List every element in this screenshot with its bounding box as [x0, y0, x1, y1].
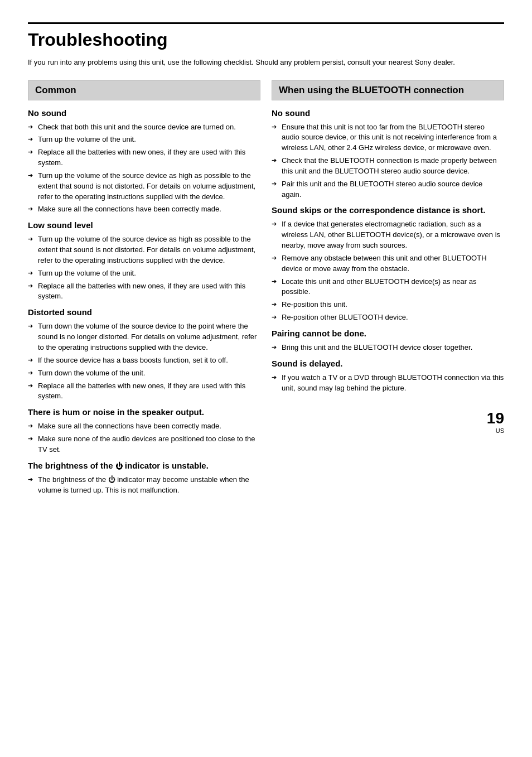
- common-low-sound-list: Turn up the volume of the source device …: [28, 234, 260, 302]
- common-section: Common No sound Check that both this uni…: [28, 80, 260, 502]
- page-number: 19: [272, 411, 504, 426]
- bt-pairing-list: Bring this unit and the BLUETOOTH device…: [272, 343, 504, 353]
- bt-delayed-title: Sound is delayed.: [272, 359, 504, 368]
- bt-sound-skips-title: Sound skips or the correspondence distan…: [272, 205, 504, 215]
- common-no-sound-title: No sound: [28, 108, 260, 118]
- list-item: Check that the BLUETOOTH connection is m…: [272, 156, 504, 177]
- bt-sound-skips: Sound skips or the correspondence distan…: [272, 205, 504, 323]
- common-distorted-sound: Distorted sound Turn down the volume of …: [28, 307, 260, 402]
- list-item: Replace all the batteries with new ones,…: [28, 281, 260, 302]
- list-item: If the source device has a bass boosts f…: [28, 355, 260, 366]
- bt-delayed-list: If you watch a TV or a DVD through BLUET…: [272, 373, 504, 394]
- brightness-title-prefix: The brightness of the: [28, 461, 115, 470]
- list-item: Turn up the volume of the unit.: [28, 268, 260, 279]
- list-item: Turn down the volume of the unit.: [28, 368, 260, 379]
- common-hum-noise-list: Make sure all the connections have been …: [28, 421, 260, 455]
- common-distorted-sound-title: Distorted sound: [28, 307, 260, 317]
- two-column-layout: Common No sound Check that both this uni…: [28, 80, 504, 502]
- list-item: Make sure all the connections have been …: [28, 204, 260, 215]
- common-hum-noise-title: There is hum or noise in the speaker out…: [28, 407, 260, 417]
- list-item: Bring this unit and the BLUETOOTH device…: [272, 343, 504, 353]
- common-no-sound: No sound Check that both this unit and t…: [28, 108, 260, 215]
- common-low-sound-title: Low sound level: [28, 220, 260, 230]
- page-number-area: 19 US: [272, 411, 504, 435]
- list-item: Turn up the volume of the source device …: [28, 171, 260, 202]
- bt-pairing: Pairing cannot be done. Bring this unit …: [272, 329, 504, 353]
- list-item: If a device that generates electromagnet…: [272, 219, 504, 251]
- country-code: US: [496, 427, 504, 434]
- list-item: If you watch a TV or a DVD through BLUET…: [272, 373, 504, 394]
- bt-no-sound: No sound Ensure that this unit is not to…: [272, 108, 504, 200]
- intro-text: If you run into any problems using this …: [28, 57, 504, 68]
- bt-delayed: Sound is delayed. If you watch a TV or a…: [272, 359, 504, 394]
- list-item: Replace all the batteries with new ones,…: [28, 147, 260, 168]
- bluetooth-section: When using the BLUETOOTH connection No s…: [272, 80, 504, 435]
- bt-sound-skips-list: If a device that generates electromagnet…: [272, 219, 504, 323]
- list-item: Remove any obstacle between this unit an…: [272, 253, 504, 274]
- bt-no-sound-list: Ensure that this unit is not too far fro…: [272, 122, 504, 200]
- list-item: Turn down the volume of the source devic…: [28, 321, 260, 353]
- common-hum-noise: There is hum or noise in the speaker out…: [28, 407, 260, 455]
- common-brightness: The brightness of the ⏻ indicator is uns…: [28, 461, 260, 496]
- list-item: Pair this unit and the BLUETOOTH stereo …: [272, 179, 504, 200]
- bluetooth-header: When using the BLUETOOTH connection: [272, 80, 504, 100]
- common-brightness-list: The brightness of the ⏻ indicator may be…: [28, 475, 260, 496]
- list-item: Turn up the volume of the source device …: [28, 234, 260, 266]
- list-item: The brightness of the ⏻ indicator may be…: [28, 475, 260, 496]
- list-item: Make sure none of the audio devices are …: [28, 434, 260, 455]
- list-item: Ensure that this unit is not too far fro…: [272, 122, 504, 154]
- list-item: Check that both this unit and the source…: [28, 122, 260, 133]
- list-item: Locate this unit and other BLUETOOTH dev…: [272, 277, 504, 298]
- common-low-sound: Low sound level Turn up the volume of th…: [28, 220, 260, 302]
- power-icon: ⏻: [115, 462, 123, 470]
- common-brightness-title: The brightness of the ⏻ indicator is uns…: [28, 461, 260, 470]
- list-item: Turn up the volume of the unit.: [28, 134, 260, 145]
- list-item: Replace all the batteries with new ones,…: [28, 381, 260, 402]
- brightness-title-suffix: indicator is unstable.: [123, 461, 209, 470]
- common-header: Common: [28, 80, 260, 100]
- common-distorted-sound-list: Turn down the volume of the source devic…: [28, 321, 260, 402]
- bt-pairing-title: Pairing cannot be done.: [272, 329, 504, 338]
- page-title: Troubleshooting: [28, 22, 504, 50]
- bt-no-sound-title: No sound: [272, 108, 504, 118]
- list-item: Re-position other BLUETOOTH device.: [272, 312, 504, 323]
- list-item: Make sure all the connections have been …: [28, 421, 260, 432]
- common-no-sound-list: Check that both this unit and the source…: [28, 122, 260, 215]
- list-item: Re-position this unit.: [272, 300, 504, 310]
